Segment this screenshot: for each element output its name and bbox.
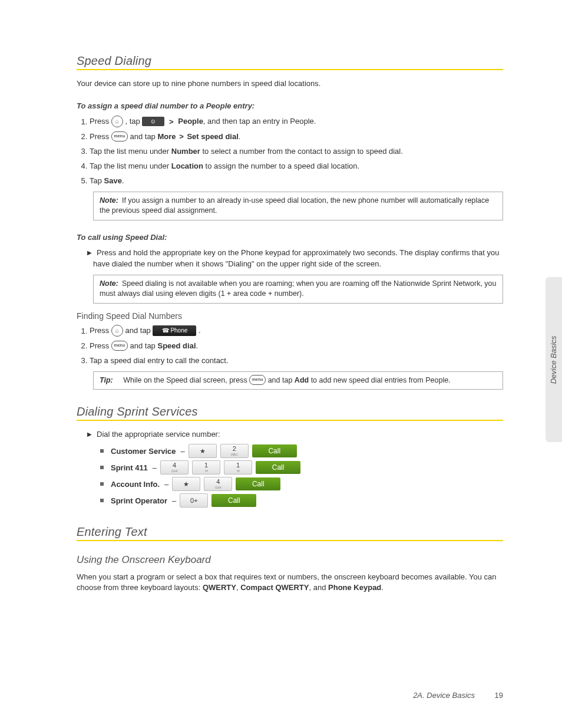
home-icon: ⌂ <box>111 116 123 127</box>
call-button[interactable]: Call <box>236 477 280 490</box>
page-footer: 2A. Device Basics 19 <box>413 691 503 700</box>
step-3: Tap the list menu under Number to select… <box>90 146 503 157</box>
text: Press and hold the appropriate key on th… <box>93 248 499 268</box>
heading-dialing-services: Dialing Sprint Services <box>77 405 503 419</box>
call-instruction: Press and hold the appropriate key on th… <box>82 248 503 270</box>
dash: – <box>164 480 168 489</box>
dash: – <box>153 463 157 472</box>
chevron-right-icon: > <box>169 117 174 126</box>
keypad-key[interactable]: 1✉ <box>192 460 220 475</box>
text: , tap <box>125 117 142 126</box>
bullet-icon <box>100 466 104 469</box>
subhead-finding: Finding Speed Dial Numbers <box>77 311 503 322</box>
step-2: Press menu and tap More > Set speed dial… <box>90 131 503 143</box>
text: and tap <box>125 327 153 335</box>
text: and tap <box>130 341 157 350</box>
service-name: Account Info. <box>111 480 160 489</box>
menu-icon: menu <box>111 341 128 351</box>
keypad-key[interactable]: 1✉ <box>224 460 252 475</box>
dash: – <box>172 496 176 505</box>
text: Press <box>90 341 111 350</box>
compact-qwerty-label: Compact QWERTY <box>240 583 309 592</box>
keypad-key[interactable]: ★ <box>189 444 217 458</box>
bullet-icon <box>100 499 104 502</box>
step-4: Tap the list menu under Location to assi… <box>90 161 503 172</box>
call-button[interactable]: Call <box>211 494 256 507</box>
text: to assign the number to a speed dial loc… <box>203 162 359 170</box>
keypad-key[interactable]: 4GHI <box>160 460 189 475</box>
qwerty-label: QWERTY <box>203 583 236 592</box>
phone-button-icon: ☎ Phone <box>153 325 196 336</box>
text: Tap the list menu under <box>90 147 171 156</box>
service-name: Sprint 411 <box>111 463 148 472</box>
note-label: Note: <box>100 196 118 205</box>
bullet-icon <box>100 482 104 486</box>
step-5: Tap Save. <box>90 176 503 187</box>
menu-icon: menu <box>249 375 266 385</box>
divider <box>77 420 503 421</box>
service-row: Sprint Operator – 0+Call <box>100 493 503 508</box>
text: , and then tap an entry in People. <box>203 117 316 126</box>
page-number: 19 <box>495 691 503 700</box>
heading-entering-text: Entering Text <box>77 525 503 539</box>
entering-text-body: When you start a program or select a box… <box>77 572 503 593</box>
heading-speed-dialing: Speed Dialing <box>77 54 503 68</box>
find-step-3: Tap a speed dial entry to call the conta… <box>90 355 503 367</box>
service-row: Customer Service – ★2ABCCall <box>100 444 503 458</box>
services-intro: Dial the appropriate service number: <box>82 429 503 440</box>
keypad-key[interactable]: 0+ <box>180 493 208 508</box>
step-1: Press ⌂ , tap ⊙ > People, and then tap a… <box>90 116 503 128</box>
text: Press <box>90 327 111 335</box>
location-label: Location <box>171 162 203 170</box>
apps-icon: ⊙ <box>142 117 164 126</box>
home-icon: ⌂ <box>111 325 123 337</box>
text: Dial the appropriate service number: <box>97 430 220 439</box>
keypad-key[interactable]: 4GHI <box>204 477 232 491</box>
note-box-2: Note:Speed dialing is not available when… <box>93 275 503 304</box>
chevron-right-icon: > <box>179 132 184 141</box>
text: Tap the list menu under <box>90 162 171 170</box>
footer-section: 2A. Device Basics <box>413 691 475 700</box>
service-list: Customer Service – ★2ABCCallSprint 411 –… <box>100 444 503 508</box>
text: While on the Speed dial screen, press <box>123 376 249 384</box>
divider <box>77 540 503 541</box>
find-step-1: Press ⌂ and tap ☎ Phone . <box>90 325 503 337</box>
more-label: More <box>157 132 176 141</box>
phone-keypad-label: Phone Keypad <box>328 583 381 592</box>
service-name: Customer Service <box>111 447 176 456</box>
text: Tap <box>90 176 104 185</box>
subhead-assign: To assign a speed dial number to a Peopl… <box>77 101 503 111</box>
dash: – <box>181 447 185 456</box>
service-row: Sprint 411 – 4GHI1✉1✉Call <box>100 460 503 475</box>
note-text: Speed dialing is not available when you … <box>100 279 497 298</box>
service-row: Account Info. – ★4GHICall <box>100 477 503 491</box>
note-text: If you assign a number to an already in-… <box>100 196 489 215</box>
save-label: Save <box>104 176 122 185</box>
keypad-key[interactable]: ★ <box>172 477 200 491</box>
text: to select a number from the contact to a… <box>200 147 403 156</box>
add-label: Add <box>295 376 309 384</box>
menu-icon: menu <box>111 131 128 141</box>
call-button[interactable]: Call <box>252 444 297 457</box>
divider <box>77 69 503 70</box>
speed-dial-label: Speed dial <box>157 341 196 350</box>
tip-label: Tip: <box>100 376 113 384</box>
service-name: Sprint Operator <box>111 496 167 505</box>
subhead-onscreen-keyboard: Using the Onscreen Keyboard <box>77 554 503 566</box>
note-box-1: Note:If you assign a number to an alread… <box>93 192 503 220</box>
text: Press <box>90 132 111 141</box>
people-label: People <box>178 117 203 126</box>
keypad-key[interactable]: 2ABC <box>220 444 249 458</box>
tip-box: Tip: While on the Speed dial screen, pre… <box>93 371 503 390</box>
bullet-icon <box>100 449 104 453</box>
subhead-call: To call using Speed Dial: <box>77 232 503 243</box>
text: to add new speed dial entries from Peopl… <box>309 376 450 384</box>
text: and tap <box>268 376 295 384</box>
note-label: Note: <box>100 279 118 288</box>
set-speed-dial-label: Set speed dial <box>187 132 238 141</box>
number-label: Number <box>171 147 200 156</box>
intro-text: Your device can store up to nine phone n… <box>77 78 503 89</box>
side-tab-device-basics[interactable]: Device Basics <box>546 277 562 442</box>
find-step-2: Press menu and tap Speed dial. <box>90 341 503 352</box>
call-button[interactable]: Call <box>256 461 300 474</box>
